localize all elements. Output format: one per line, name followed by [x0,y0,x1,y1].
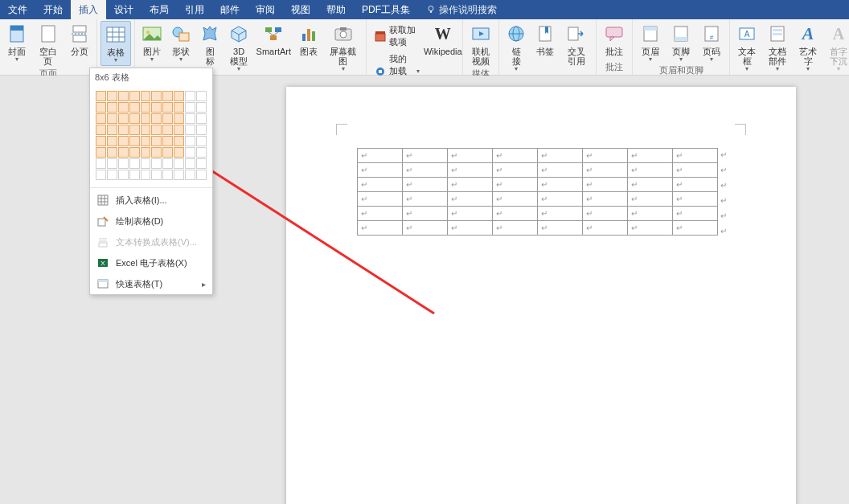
grid-cell[interactable] [174,125,184,135]
link-button[interactable]: 链 接 ▾ [502,21,530,74]
grid-cell[interactable] [141,102,151,113]
table-cell[interactable]: ↵ [538,207,583,221]
grid-cell[interactable] [129,170,140,180]
grid-cell[interactable] [162,147,173,158]
grid-cell[interactable] [96,158,106,169]
document-page[interactable]: ↵↵↵↵↵↵↵↵↵↵↵↵↵↵↵↵↵↵↵↵↵↵↵↵↵↵↵↵↵↵↵↵↵↵↵↵↵↵↵↵… [286,87,796,504]
table-cell[interactable]: ↵ [358,192,403,207]
table-cell[interactable]: ↵ [583,163,628,178]
grid-cell[interactable] [151,113,162,124]
table-cell[interactable]: ↵ [448,192,493,207]
table-cell[interactable]: ↵ [448,163,493,178]
online-video-button[interactable]: 联机视频 [466,21,495,68]
table-cell[interactable]: ↵ [358,207,403,221]
grid-cell[interactable] [141,147,151,158]
table-cell[interactable]: ↵ [673,221,718,236]
grid-cell[interactable] [118,91,129,101]
table-cell[interactable]: ↵ [403,149,448,163]
get-addins-button[interactable]: 获取加载项 [371,23,423,50]
grid-cell[interactable] [107,113,117,124]
grid-cell[interactable] [185,91,195,101]
grid-cell[interactable] [107,158,117,169]
grid-cell[interactable] [118,170,129,180]
grid-cell[interactable] [174,158,184,169]
table-cell[interactable]: ↵ [493,221,538,236]
cover-page-button[interactable]: 封面 ▾ [3,21,31,64]
table-cell[interactable]: ↵ [358,149,403,163]
grid-cell[interactable] [129,158,140,169]
blank-page-button[interactable]: 空白页 [32,21,64,68]
table-cell[interactable]: ↵ [628,207,673,221]
grid-cell[interactable] [118,102,129,113]
grid-cell[interactable] [141,91,151,101]
table-cell[interactable]: ↵ [403,192,448,207]
3d-models-button[interactable]: 3D 模型 ▾ [225,21,252,74]
grid-cell[interactable] [151,125,162,135]
grid-cell[interactable] [107,125,117,135]
grid-cell[interactable] [185,113,195,124]
grid-cell[interactable] [196,136,207,146]
menu-quick-tables[interactable]: 快速表格(T) ▸ [90,273,212,294]
comment-button[interactable]: 批注 [600,21,629,58]
grid-cell[interactable] [174,91,184,101]
grid-cell[interactable] [129,136,140,146]
grid-cell[interactable] [129,147,140,158]
table-cell[interactable]: ↵ [673,192,718,207]
menu-insert-table[interactable]: 插入表格(I)... [90,190,212,211]
grid-cell[interactable] [129,113,140,124]
grid-cell[interactable] [162,158,173,169]
table-cell[interactable]: ↵ [628,149,673,163]
table-cell[interactable]: ↵ [448,221,493,236]
table-cell[interactable]: ↵ [403,221,448,236]
grid-cell[interactable] [129,91,140,101]
grid-cell[interactable] [96,147,106,158]
tab-file[interactable]: 文件 [0,0,35,19]
grid-cell[interactable] [196,147,207,158]
table-cell[interactable]: ↵ [358,221,403,236]
grid-cell[interactable] [162,125,173,135]
table-cell[interactable]: ↵ [538,149,583,163]
table-cell[interactable]: ↵ [583,192,628,207]
grid-cell[interactable] [151,147,162,158]
grid-cell[interactable] [107,170,117,180]
chart-button[interactable]: 图表 [294,21,322,58]
tab-design[interactable]: 设计 [106,0,142,19]
grid-cell[interactable] [196,158,207,169]
page-break-button[interactable]: 分页 [66,21,93,58]
table-cell[interactable]: ↵ [493,192,538,207]
table-cell[interactable]: ↵ [673,163,718,178]
tab-mailings[interactable]: 邮件 [212,0,248,19]
table-cell[interactable]: ↵ [673,178,718,192]
grid-cell[interactable] [185,158,195,169]
grid-cell[interactable] [107,91,117,101]
tab-layout[interactable]: 布局 [142,0,177,19]
pictures-button[interactable]: 图片 ▾ [138,21,166,64]
table-cell[interactable]: ↵ [583,178,628,192]
page-number-button[interactable]: # 页码 ▾ [697,21,726,64]
grid-cell[interactable] [162,136,173,146]
grid-cell[interactable] [185,147,195,158]
table-cell[interactable]: ↵ [673,149,718,163]
table-cell[interactable]: ↵ [538,163,583,178]
grid-cell[interactable] [162,170,173,180]
table-cell[interactable]: ↵ [583,207,628,221]
grid-cell[interactable] [118,158,129,169]
grid-cell[interactable] [151,170,162,180]
grid-cell[interactable] [151,102,162,113]
grid-cell[interactable] [96,125,106,135]
table-cell[interactable]: ↵ [448,149,493,163]
grid-cell[interactable] [129,102,140,113]
grid-cell[interactable] [118,125,129,135]
grid-cell[interactable] [196,170,207,180]
tab-pdf-tools[interactable]: PDF工具集 [354,0,418,19]
grid-cell[interactable] [96,91,106,101]
grid-cell[interactable] [141,158,151,169]
table-cell[interactable]: ↵ [628,178,673,192]
quick-parts-button[interactable]: 文档部件 ▾ [762,21,793,74]
grid-cell[interactable] [185,125,195,135]
grid-cell[interactable] [107,136,117,146]
table-cell[interactable]: ↵ [403,178,448,192]
table-cell[interactable]: ↵ [538,192,583,207]
grid-cell[interactable] [196,102,207,113]
tab-review[interactable]: 审阅 [248,0,283,19]
